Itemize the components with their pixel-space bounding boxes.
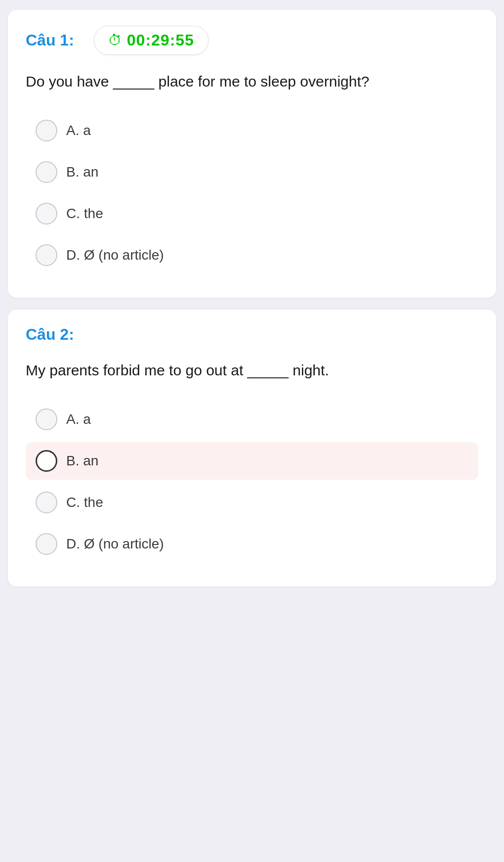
radio-q1d[interactable]: [36, 244, 57, 266]
question-1-header: Câu 1: ⏱ 00:29:55: [26, 26, 478, 55]
question-1-options: A. a B. an C. the D. Ø (no article): [26, 112, 478, 274]
option-q1d[interactable]: D. Ø (no article): [26, 236, 478, 274]
radio-q1b[interactable]: [36, 161, 57, 183]
question-2-text: My parents forbid me to go out at _____ …: [26, 358, 478, 383]
option-q2c[interactable]: C. the: [26, 484, 478, 521]
timer-icon: ⏱: [108, 32, 122, 48]
question-1-text: Do you have _____ place for me to sleep …: [26, 69, 478, 94]
timer-badge: ⏱ 00:29:55: [94, 26, 209, 55]
radio-q2b[interactable]: [36, 450, 57, 472]
question-1-label: Câu 1:: [26, 31, 74, 49]
radio-q2c[interactable]: [36, 492, 57, 513]
question-1-card: Câu 1: ⏱ 00:29:55 Do you have _____ plac…: [8, 10, 496, 298]
option-label-q1d: D. Ø (no article): [66, 247, 164, 263]
question-2-label: Câu 2:: [26, 325, 74, 344]
option-q2d[interactable]: D. Ø (no article): [26, 525, 478, 563]
question-2-card: Câu 2: My parents forbid me to go out at…: [8, 310, 496, 587]
option-label-q1a: A. a: [66, 123, 91, 138]
option-label-q2a: A. a: [66, 411, 91, 427]
option-label-q2d: D. Ø (no article): [66, 536, 164, 552]
radio-q2d[interactable]: [36, 533, 57, 555]
option-label-q1b: B. an: [66, 164, 98, 180]
radio-q1a[interactable]: [36, 120, 57, 141]
option-label-q2b: B. an: [66, 453, 98, 469]
option-q1a[interactable]: A. a: [26, 112, 478, 149]
option-q2b[interactable]: B. an: [26, 442, 478, 480]
radio-q1c[interactable]: [36, 203, 57, 225]
question-2-options: A. a B. an C. the D. Ø (no article): [26, 401, 478, 563]
option-label-q2c: C. the: [66, 495, 103, 510]
option-q1b[interactable]: B. an: [26, 153, 478, 191]
question-2-header: Câu 2:: [26, 325, 478, 344]
timer-display: 00:29:55: [127, 31, 194, 49]
option-q1c[interactable]: C. the: [26, 195, 478, 232]
option-label-q1c: C. the: [66, 206, 103, 222]
option-q2a[interactable]: A. a: [26, 401, 478, 438]
radio-q2a[interactable]: [36, 408, 57, 430]
